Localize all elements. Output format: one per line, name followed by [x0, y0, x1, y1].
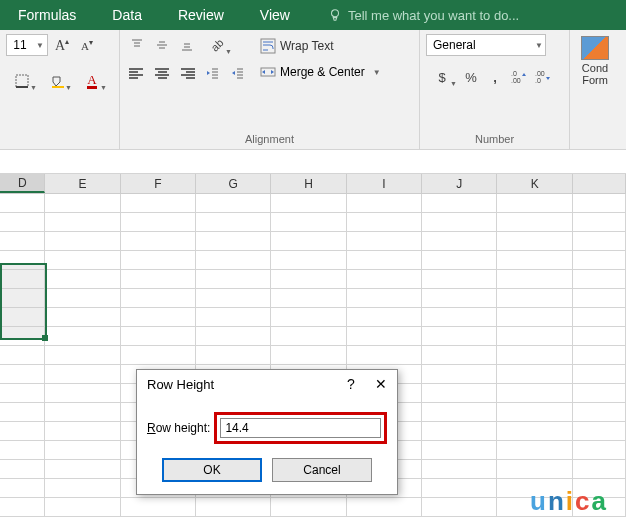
- menu-data[interactable]: Data: [104, 3, 150, 27]
- grid-cell[interactable]: [196, 251, 271, 270]
- column-header-H[interactable]: H: [271, 174, 346, 193]
- grid-cell[interactable]: [0, 232, 45, 251]
- grid-cell[interactable]: [0, 365, 45, 384]
- grid-cell[interactable]: [45, 346, 120, 365]
- grid-cell[interactable]: [196, 498, 271, 517]
- grid-cell[interactable]: [573, 289, 626, 308]
- increase-decimal-button[interactable]: .0.00: [508, 66, 530, 88]
- grid-cell[interactable]: [45, 213, 120, 232]
- grid-cell[interactable]: [45, 498, 120, 517]
- dialog-close-button[interactable]: ✕: [371, 376, 391, 392]
- grid-cell[interactable]: [271, 232, 346, 251]
- column-header-G[interactable]: G: [196, 174, 271, 193]
- menu-review[interactable]: Review: [170, 3, 232, 27]
- grid-cell[interactable]: [497, 194, 572, 213]
- selection-handle[interactable]: [42, 335, 48, 341]
- grid-cell[interactable]: [196, 327, 271, 346]
- grid-cell[interactable]: [196, 289, 271, 308]
- grid-cell[interactable]: [497, 346, 572, 365]
- number-format-combo[interactable]: General ▼: [426, 34, 546, 56]
- grid-cell[interactable]: [121, 270, 196, 289]
- grid-cell[interactable]: [0, 403, 45, 422]
- grid-cell[interactable]: [271, 289, 346, 308]
- grid-cell[interactable]: [0, 460, 45, 479]
- grid-cell[interactable]: [196, 308, 271, 327]
- grid-cell[interactable]: [0, 441, 45, 460]
- decrease-decimal-button[interactable]: .00.0: [532, 66, 554, 88]
- align-bottom-button[interactable]: [176, 34, 198, 56]
- grid-cell[interactable]: [497, 232, 572, 251]
- grid-cell[interactable]: [573, 403, 626, 422]
- decrease-indent-button[interactable]: [201, 62, 223, 84]
- grid-cell[interactable]: [497, 365, 572, 384]
- grid-cell[interactable]: [422, 384, 497, 403]
- grid-cell[interactable]: [45, 479, 120, 498]
- grid-cell[interactable]: [422, 403, 497, 422]
- grid-cell[interactable]: [121, 251, 196, 270]
- column-header-F[interactable]: F: [121, 174, 196, 193]
- grid-cell[interactable]: [121, 346, 196, 365]
- grid-cell[interactable]: [0, 346, 45, 365]
- grid-cell[interactable]: [196, 346, 271, 365]
- grid-cell[interactable]: [347, 270, 422, 289]
- grid-cell[interactable]: [497, 251, 572, 270]
- row-height-input[interactable]: [220, 418, 381, 438]
- grid-cell[interactable]: [573, 270, 626, 289]
- column-header[interactable]: [573, 174, 626, 193]
- grid-cell[interactable]: [271, 327, 346, 346]
- grid-cell[interactable]: [422, 251, 497, 270]
- grid-cell[interactable]: [422, 422, 497, 441]
- grid-cell[interactable]: [271, 213, 346, 232]
- grid-cell[interactable]: [422, 479, 497, 498]
- grid-cell[interactable]: [573, 194, 626, 213]
- tellme-search[interactable]: Tell me what you want to do...: [328, 8, 519, 23]
- grid-cell[interactable]: [121, 232, 196, 251]
- column-header-I[interactable]: I: [347, 174, 422, 193]
- grid-cell[interactable]: [573, 365, 626, 384]
- column-header-K[interactable]: K: [497, 174, 572, 193]
- align-left-button[interactable]: [126, 62, 148, 84]
- grid-cell[interactable]: [0, 479, 45, 498]
- grid-cell[interactable]: [45, 327, 120, 346]
- grid-cell[interactable]: [121, 498, 196, 517]
- grid-cell[interactable]: [45, 441, 120, 460]
- grid-cell[interactable]: [347, 327, 422, 346]
- menu-formulas[interactable]: Formulas: [10, 3, 84, 27]
- grid-cell[interactable]: [0, 213, 45, 232]
- grid-cell[interactable]: [196, 194, 271, 213]
- grid-cell[interactable]: [573, 441, 626, 460]
- grid-cell[interactable]: [422, 270, 497, 289]
- grid-cell[interactable]: [121, 194, 196, 213]
- accounting-format-button[interactable]: $▼: [426, 66, 458, 88]
- grid-cell[interactable]: [573, 232, 626, 251]
- merge-center-button[interactable]: Merge & Center ▼: [256, 60, 385, 84]
- increase-font-button[interactable]: A▴: [51, 34, 73, 56]
- column-header-J[interactable]: J: [422, 174, 497, 193]
- formula-bar[interactable]: [0, 150, 626, 174]
- grid-cell[interactable]: [422, 441, 497, 460]
- grid-cell[interactable]: [45, 422, 120, 441]
- wrap-text-button[interactable]: Wrap Text: [256, 34, 385, 58]
- grid-cell[interactable]: [45, 460, 120, 479]
- grid-cell[interactable]: [422, 365, 497, 384]
- grid-cell[interactable]: [497, 213, 572, 232]
- grid-cell[interactable]: [0, 498, 45, 517]
- grid-cell[interactable]: [45, 308, 120, 327]
- grid-cell[interactable]: [573, 308, 626, 327]
- grid-cell[interactable]: [497, 441, 572, 460]
- grid-cell[interactable]: [422, 308, 497, 327]
- grid-cell[interactable]: [45, 403, 120, 422]
- grid-cell[interactable]: [347, 213, 422, 232]
- grid-cell[interactable]: [0, 194, 45, 213]
- grid-cell[interactable]: [121, 327, 196, 346]
- align-middle-button[interactable]: [151, 34, 173, 56]
- grid-cell[interactable]: [121, 308, 196, 327]
- grid-cell[interactable]: [347, 194, 422, 213]
- grid-cell[interactable]: [347, 308, 422, 327]
- grid-cell[interactable]: [497, 327, 572, 346]
- grid-cell[interactable]: [497, 422, 572, 441]
- grid-cell[interactable]: [422, 460, 497, 479]
- orientation-button[interactable]: ab▼: [201, 34, 233, 56]
- grid-cell[interactable]: [573, 251, 626, 270]
- grid-cell[interactable]: [196, 270, 271, 289]
